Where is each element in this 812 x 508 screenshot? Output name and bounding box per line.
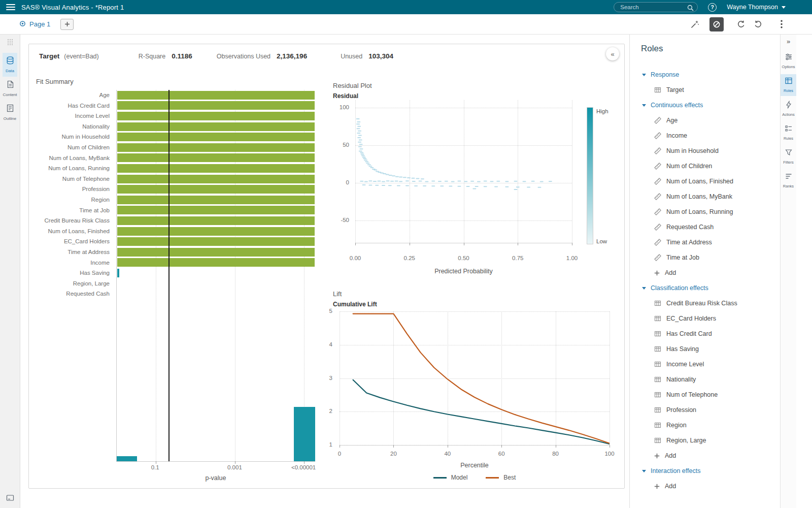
residual-y-tick-label: 50 <box>343 142 349 148</box>
role-item-num-in-household[interactable]: Num in Household <box>630 143 780 158</box>
pvalue-histogram-bar[interactable] <box>117 456 137 461</box>
menu-icon[interactable] <box>6 4 15 10</box>
fit-summary-plot[interactable] <box>116 90 315 462</box>
disable-filters-button[interactable] <box>709 17 724 31</box>
fit-summary-bar[interactable] <box>117 269 119 277</box>
fit-summary-bar[interactable] <box>117 91 315 100</box>
roles-section-classification-effects[interactable]: Classification effects <box>630 280 780 296</box>
undo-icon[interactable] <box>737 20 746 28</box>
roles-section-continuous-effects[interactable]: Continuous effects <box>630 98 780 113</box>
fit-summary-bar[interactable] <box>117 248 315 257</box>
role-item-label: EC_Card Holders <box>666 315 716 322</box>
fit-summary-bar[interactable] <box>117 153 315 162</box>
residual-x-ticks: 0.000.250.500.751.00 <box>355 255 572 262</box>
role-item-time-at-address[interactable]: Time at Address <box>630 235 780 250</box>
role-item-region-large[interactable]: Region, Large <box>630 433 780 448</box>
fit-category-label: Has Saving <box>29 268 113 278</box>
toolbar-actions <box>690 17 783 31</box>
role-item-age[interactable]: Age <box>630 113 780 128</box>
sidebar-item-content[interactable]: Content <box>3 77 17 101</box>
user-menu[interactable]: Wayne Thompson <box>727 4 786 11</box>
user-name: Wayne Thompson <box>727 4 778 11</box>
panel-tab-ranks[interactable]: Ranks <box>781 170 797 192</box>
redo-icon[interactable] <box>754 20 762 28</box>
collapse-header-button[interactable]: « <box>606 47 619 60</box>
add-page-button[interactable] <box>60 19 74 30</box>
tab-page-1[interactable]: Page 1 <box>19 20 50 28</box>
role-item-ec-card-holders[interactable]: EC_Card Holders <box>630 311 780 326</box>
expand-panel-icon[interactable]: » <box>787 38 790 45</box>
role-item-time-at-job[interactable]: Time at Job <box>630 250 780 265</box>
pvalue-histogram-bar[interactable] <box>294 407 315 461</box>
sidebar-item-outline[interactable]: Outline <box>3 101 17 124</box>
role-item-num-of-children[interactable]: Num of Children <box>630 158 780 174</box>
fit-summary-bar[interactable] <box>117 185 315 194</box>
fit-summary-bar[interactable] <box>117 258 315 267</box>
measure-icon <box>654 178 661 185</box>
fit-category-label: Num of Children <box>29 142 113 153</box>
fit-summary-bar[interactable] <box>117 164 315 173</box>
panel-tab-actions[interactable]: Actions <box>781 98 797 120</box>
add-role-button-continuous-effects[interactable]: Add <box>630 265 780 280</box>
wand-icon[interactable] <box>690 20 699 29</box>
add-role-button-interaction-effects[interactable]: Add <box>630 479 780 494</box>
fit-summary-bar[interactable] <box>117 101 315 110</box>
fit-summary-bar[interactable] <box>117 237 315 246</box>
search-input[interactable] <box>614 2 698 12</box>
role-item-nationality[interactable]: Nationality <box>630 372 780 387</box>
roles-section-response[interactable]: Response <box>630 67 780 82</box>
kebab-menu-icon[interactable] <box>781 20 783 28</box>
fit-category-label: Nationality <box>29 121 113 132</box>
app-title: SAS® Visual Analytics - *Report 1 <box>21 4 124 11</box>
panel-tab-options[interactable]: Options <box>781 50 797 72</box>
fit-summary-bar[interactable] <box>117 206 315 214</box>
fit-category-label: Region, Large <box>29 278 113 289</box>
lift-plot[interactable] <box>340 311 610 446</box>
fit-summary-bar[interactable] <box>117 143 315 152</box>
fit-summary-bar[interactable] <box>117 227 315 236</box>
role-item-target[interactable]: Target <box>630 82 780 98</box>
gradient-low-label: Low <box>596 238 607 244</box>
role-item-has-saving[interactable]: Has Saving <box>630 341 780 357</box>
role-item-income-level[interactable]: Income Level <box>630 357 780 372</box>
help-icon[interactable]: ? <box>708 3 717 12</box>
panel-toggle-icon[interactable] <box>6 494 14 504</box>
role-item-requested-cash[interactable]: Requested Cash <box>630 219 780 235</box>
add-role-button-classification-effects[interactable]: Add <box>630 448 780 463</box>
fit-category-label: Region <box>29 195 113 205</box>
grip-handle-icon[interactable] <box>7 39 13 48</box>
role-item-credit-bureau-risk-class[interactable]: Credit Bureau Risk Class <box>630 296 780 311</box>
role-item-num-of-loans-running[interactable]: Num of Loans, Running <box>630 204 780 219</box>
role-item-profession[interactable]: Profession <box>630 402 780 418</box>
role-item-num-of-telephone[interactable]: Num of Telephone <box>630 387 780 402</box>
panel-tab-rules[interactable]: Rules <box>781 122 797 144</box>
fit-summary-bar[interactable] <box>117 175 315 183</box>
gradient-legend-bar <box>587 107 593 244</box>
panel-tab-roles[interactable]: Roles <box>781 74 797 96</box>
role-item-num-of-loans-finished[interactable]: Num of Loans, Finished <box>630 174 780 189</box>
rsquare-label: R-Square <box>139 53 166 60</box>
fit-summary-bar[interactable] <box>117 112 315 120</box>
fit-summary-bar[interactable] <box>117 216 315 225</box>
add-icon <box>654 453 660 459</box>
legend-label: Best <box>503 474 516 481</box>
residual-y-axis-label: Residual <box>333 92 358 100</box>
role-item-has-credit-card[interactable]: Has Credit Card <box>630 326 780 341</box>
lift-y-axis-label: Cumulative Lift <box>333 301 377 308</box>
roles-section-interaction-effects[interactable]: Interaction effects <box>630 463 780 479</box>
role-item-region[interactable]: Region <box>630 418 780 433</box>
fit-summary-bar[interactable] <box>117 133 315 141</box>
fit-summary-bar[interactable] <box>117 122 315 131</box>
sidebar-item-data[interactable]: Data <box>3 53 17 77</box>
role-item-income[interactable]: Income <box>630 128 780 143</box>
residual-plot[interactable] <box>355 100 572 243</box>
fit-category-label: Income <box>29 258 113 268</box>
fit-category-label: Num in Household <box>29 132 113 142</box>
search-icon[interactable] <box>687 4 694 13</box>
lift-x-ticks: 020406080100 <box>340 451 610 458</box>
panel-tab-label: Options <box>782 65 795 69</box>
fit-summary-bar[interactable] <box>117 196 315 204</box>
panel-tab-filters[interactable]: Filters <box>781 146 797 168</box>
role-item-num-of-loans-mybank[interactable]: Num of Loans, MyBank <box>630 189 780 204</box>
chevron-down-icon <box>642 104 646 107</box>
